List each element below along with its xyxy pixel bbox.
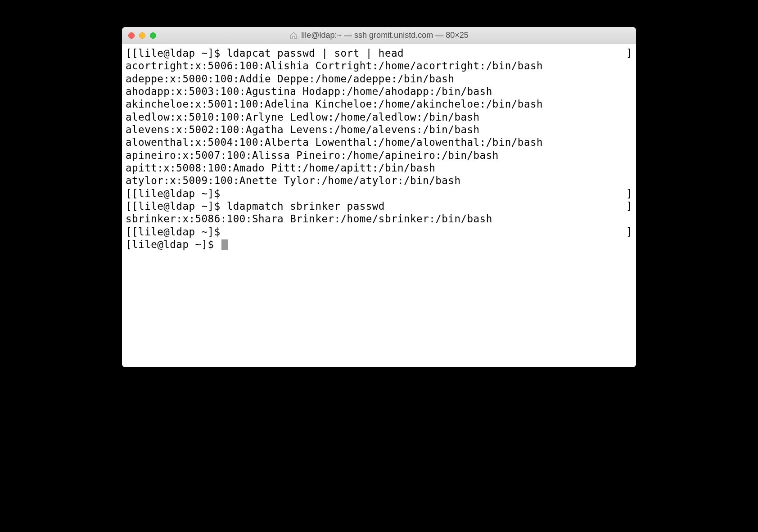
terminal-prompt: [lile@ldap ~]$ <box>126 239 221 250</box>
terminal-line: acortright:x:5006:100:Alishia Cortright:… <box>126 59 632 72</box>
terminal-line: aledlow:x:5010:100:Arlyne Ledlow:/home/a… <box>126 111 632 123</box>
minimize-button[interactable] <box>139 32 145 39</box>
terminal-line: atylor:x:5009:100:Anette Tylor:/home/aty… <box>126 174 632 187</box>
terminal-body[interactable]: [[lile@ldap ~]$ ldapcat passwd | sort | … <box>122 44 636 367</box>
titlebar[interactable]: lile@ldap:~ — ssh gromit.unistd.com — 80… <box>122 27 636 44</box>
terminal-window: lile@ldap:~ — ssh gromit.unistd.com — 80… <box>122 27 636 367</box>
terminal-line: sbrinker:x:5086:100:Shara Brinker:/home/… <box>126 212 632 225</box>
right-bracket: ] <box>626 187 632 200</box>
terminal-line: apineiro:x:5007:100:Alissa Pineiro:/home… <box>126 149 632 162</box>
terminal-line: akincheloe:x:5001:100:Adelina Kincheloe:… <box>126 98 632 110</box>
maximize-button[interactable] <box>150 32 156 39</box>
right-bracket: ] <box>626 47 632 59</box>
terminal-line: adeppe:x:5000:100:Addie Deppe:/home/adep… <box>126 72 632 85</box>
right-bracket: ] <box>626 225 632 238</box>
terminal-line: alowenthal:x:5004:100:Alberta Lowenthal:… <box>126 136 632 149</box>
terminal-line: [[lile@ldap ~]$ ldapmatch sbrinker passw… <box>126 200 632 212</box>
terminal-line: [[lile@ldap ~]$] <box>126 187 632 200</box>
traffic-lights <box>122 32 156 39</box>
right-bracket: ] <box>626 200 632 212</box>
home-icon <box>289 32 298 40</box>
terminal-text: [[lile@ldap ~]$ <box>126 188 221 199</box>
terminal-text: [[lile@ldap ~]$ ldapmatch sbrinker passw… <box>126 200 385 212</box>
terminal-line: apitt:x:5008:100:Amado Pitt:/home/apitt:… <box>126 162 632 174</box>
terminal-line: alevens:x:5002:100:Agatha Levens:/home/a… <box>126 123 632 136</box>
cursor <box>221 239 228 250</box>
window-title-area: lile@ldap:~ — ssh gromit.unistd.com — 80… <box>289 31 468 40</box>
terminal-line: [[lile@ldap ~]$] <box>126 225 632 238</box>
terminal-line: [[lile@ldap ~]$ ldapcat passwd | sort | … <box>126 47 632 59</box>
terminal-line: [lile@ldap ~]$ <box>126 238 632 251</box>
terminal-line: ahodapp:x:5003:100:Agustina Hodapp:/home… <box>126 85 632 98</box>
window-title: lile@ldap:~ — ssh gromit.unistd.com — 80… <box>301 31 468 40</box>
terminal-text: [[lile@ldap ~]$ ldapcat passwd | sort | … <box>126 47 404 59</box>
close-button[interactable] <box>128 32 135 39</box>
terminal-text: [[lile@ldap ~]$ <box>126 226 221 238</box>
